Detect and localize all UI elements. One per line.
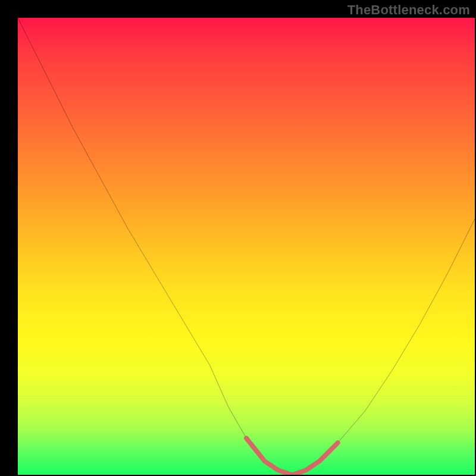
valley-highlight-line — [246, 439, 338, 475]
bottleneck-curve-line — [18, 18, 475, 475]
chart-stage: TheBottleneck.com — [0, 0, 476, 476]
watermark-label: TheBottleneck.com — [347, 2, 470, 18]
bottleneck-curve-plot — [18, 18, 475, 475]
curve-group — [18, 18, 475, 475]
